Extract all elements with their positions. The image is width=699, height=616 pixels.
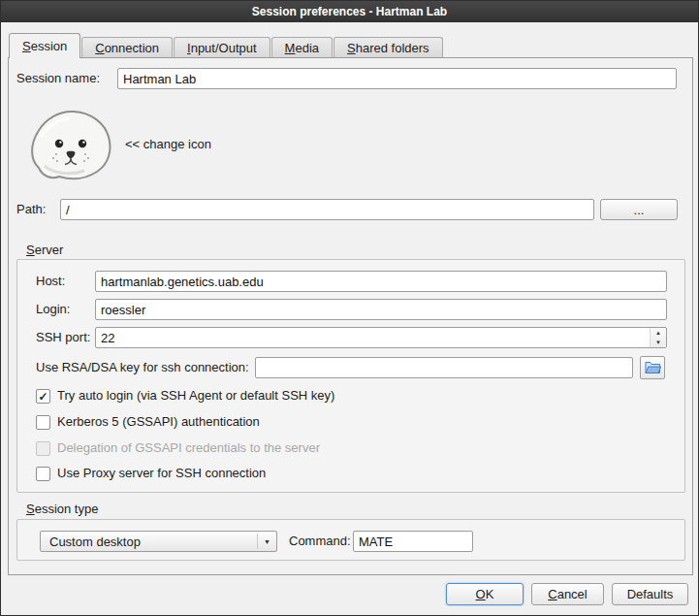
kerberos-label[interactable]: Kerberos 5 (GSSAPI) authentication bbox=[57, 411, 260, 433]
path-input[interactable] bbox=[60, 199, 594, 220]
auto-login-label[interactable]: Try auto login (via SSH Agent or default… bbox=[57, 385, 334, 406]
titlebar[interactable]: Session preferences - Hartman Lab bbox=[1, 1, 698, 22]
login-input[interactable] bbox=[95, 299, 667, 320]
window-title: Session preferences - Hartman Lab bbox=[252, 5, 447, 18]
cancel-button-label: Cancel bbox=[548, 587, 587, 601]
session-name-label: Session name: bbox=[16, 68, 100, 89]
tab-media[interactable]: Media bbox=[271, 37, 333, 57]
rsa-key-browse-button[interactable] bbox=[640, 356, 665, 379]
ssh-port-spinner: ▲ ▼ bbox=[95, 327, 667, 348]
session-type-dropdown[interactable]: Custom desktop ▼ bbox=[40, 531, 277, 552]
cancel-button[interactable]: Cancel bbox=[531, 583, 604, 605]
tab-input-output[interactable]: Input/Output bbox=[174, 37, 270, 57]
host-input[interactable] bbox=[95, 271, 667, 292]
ok-button-label: OK bbox=[476, 587, 494, 601]
change-icon-label: << change icon bbox=[125, 137, 211, 152]
rsa-key-input[interactable] bbox=[255, 357, 633, 378]
spin-down-icon[interactable]: ▼ bbox=[651, 338, 666, 347]
command-label: Command: bbox=[289, 531, 351, 552]
spin-up-icon[interactable]: ▲ bbox=[651, 328, 666, 338]
check-icon: ✓ bbox=[38, 390, 48, 404]
ssh-port-input[interactable] bbox=[96, 328, 649, 347]
tab-connection[interactable]: Connection bbox=[81, 37, 173, 57]
auto-login-checkbox[interactable]: ✓ bbox=[36, 389, 50, 404]
kerberos-checkbox[interactable] bbox=[36, 415, 50, 430]
path-browse-label: ... bbox=[634, 203, 645, 217]
server-group-title: Server bbox=[26, 243, 63, 258]
ok-button[interactable]: OK bbox=[446, 583, 524, 605]
chevron-down-icon: ▼ bbox=[257, 534, 276, 549]
path-label: Path: bbox=[16, 199, 46, 220]
tab-bar: Session Connection Input/Output Media Sh… bbox=[9, 33, 444, 58]
defaults-button-label: Defaults bbox=[627, 587, 674, 601]
command-input[interactable] bbox=[353, 531, 473, 552]
proxy-label[interactable]: Use Proxy server for SSH connection bbox=[57, 463, 266, 484]
session-type-selected: Custom desktop bbox=[49, 535, 141, 549]
tab-shared-folders[interactable]: Shared folders bbox=[334, 37, 443, 57]
host-label: Host: bbox=[36, 271, 65, 292]
login-label: Login: bbox=[36, 299, 70, 320]
path-browse-button[interactable]: ... bbox=[600, 199, 678, 220]
folder-open-icon bbox=[645, 360, 661, 376]
spin-buttons: ▲ ▼ bbox=[650, 328, 666, 347]
session-name-input[interactable] bbox=[117, 68, 677, 89]
defaults-button[interactable]: Defaults bbox=[612, 583, 688, 605]
rsa-key-label: Use RSA/DSA key for ssh connection: bbox=[36, 357, 249, 378]
session-preferences-window: Session preferences - Hartman Lab Sessio… bbox=[0, 0, 699, 616]
tab-session[interactable]: Session bbox=[9, 33, 80, 58]
gssapi-delegation-label: Delegation of GSSAPI credentials to the … bbox=[57, 438, 320, 459]
ssh-port-label: SSH port: bbox=[36, 327, 90, 348]
seal-avatar-icon[interactable] bbox=[27, 108, 114, 183]
session-tab-panel: Session name: << change icon bbox=[8, 57, 693, 575]
proxy-checkbox[interactable] bbox=[36, 467, 50, 481]
gssapi-delegation-checkbox bbox=[36, 441, 50, 456]
session-type-group-title: Session type bbox=[26, 502, 98, 517]
